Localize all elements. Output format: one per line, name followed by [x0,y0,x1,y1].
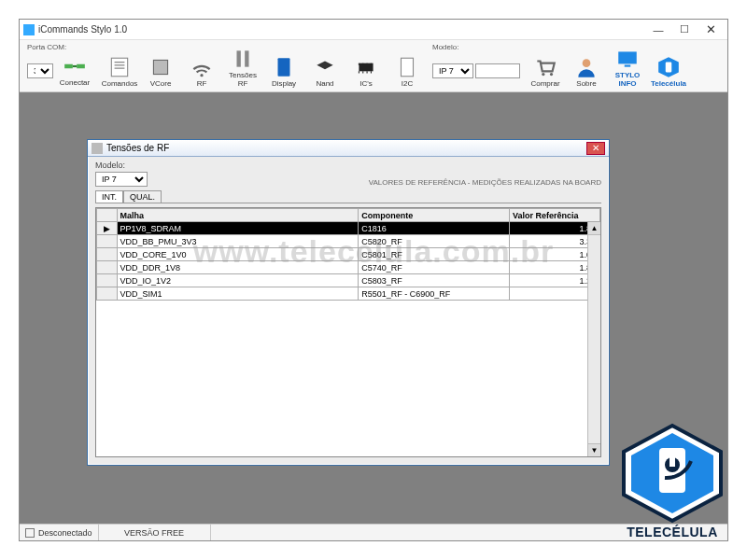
scroll-up-icon[interactable]: ▲ [588,222,600,235]
close-button[interactable]: ✕ [698,20,724,39]
table-row[interactable]: VDD_SIM1R5501_RF - C6900_RF [97,287,600,301]
cell-malha: PP1V8_SDRAM [117,222,359,235]
person-icon [574,55,599,79]
nand-icon [313,55,337,79]
sobre-button[interactable]: Sobre [567,42,606,90]
svg-rect-3 [237,50,241,66]
scroll-down-icon[interactable]: ▼ [588,443,600,456]
child-close-button[interactable]: ✕ [586,142,605,155]
cell-componente: R5501_RF - C6900_RF [359,287,510,301]
window-title: iCommands Stylo 1.0 [38,24,127,35]
rf-button[interactable]: RF [182,42,221,90]
nand-button[interactable]: Nand [305,42,345,90]
vcore-button[interactable]: VCore [141,42,180,90]
svg-rect-14 [666,63,672,73]
main-window: iCommands Stylo 1.0 — ☐ ✕ Porta COM: 3 C… [19,19,728,541]
ics-button[interactable]: IC's [346,42,386,90]
svg-rect-11 [618,51,637,63]
modelo-group: Modelo: IP 7 [429,42,524,90]
minimize-button[interactable]: — [645,20,671,39]
col-componente[interactable]: Componente [359,209,510,222]
cell-componente: C5803_RF [359,274,510,287]
row-pointer [97,235,118,248]
child-modelo-select[interactable]: IP 7 [95,172,148,187]
table-row[interactable]: VDD_DDR_1V8C5740_RF1.8V [97,261,600,274]
tensoes-rf-window: Tensões de RF ✕ Modelo: IP 7 VALORES DE … [87,139,610,466]
telecelula-icon [656,55,681,79]
cell-componente: C5820_RF [359,235,510,248]
row-pointer: ▶ [97,222,118,235]
porta-com-group: Porta COM: 3 Conectar [23,42,98,90]
tensoes-rf-button[interactable]: Tensões RF [223,42,262,90]
tab-qual[interactable]: QUAL. [123,190,162,203]
child-title: Tensões de RF [106,143,169,153]
voltage-icon [231,47,255,71]
wifi-icon [190,55,214,79]
svg-point-8 [542,73,544,76]
titlebar: iCommands Stylo 1.0 — ☐ ✕ [20,20,727,40]
cell-valor: 1.2V [509,274,599,287]
cell-valor: 1.0V [509,248,599,261]
list-icon [107,55,132,79]
row-pointer [97,261,118,274]
cell-malha: VDD_SIM1 [117,287,359,301]
row-selector-header [97,209,118,222]
cell-malha: VDD_IO_1V2 [117,274,359,287]
comprar-button[interactable]: Comprar [526,42,565,90]
svg-rect-7 [402,58,414,77]
table-row[interactable]: VDD_IO_1V2C5803_RF1.2V [97,274,600,287]
grid: Malha Componente Valor Referência ▶PP1V8… [95,207,601,457]
svg-point-9 [550,73,553,76]
mdi-client-area: Tensões de RF ✕ Modelo: IP 7 VALORES DE … [20,92,727,524]
ic-icon [354,55,378,79]
cell-malha: VDD_CORE_1V0 [117,248,359,261]
display-icon [272,55,296,79]
modelo-input[interactable] [475,63,520,78]
tab-int[interactable]: INT. [95,190,123,203]
porta-com-label: Porta COM: [27,43,66,52]
plug-icon [63,54,87,78]
cell-valor: 1.8V [509,222,599,235]
display-button[interactable]: Display [264,42,303,90]
cell-malha: VDD_BB_PMU_3V3 [117,235,359,248]
toolbar: Porta COM: 3 Conectar Comandos VCore RF … [20,40,727,92]
svg-rect-5 [278,58,290,77]
col-malha[interactable]: Malha [117,209,359,222]
svg-rect-4 [245,50,248,66]
telecelula-button[interactable]: Telecélula [649,42,688,90]
cell-componente: C5801_RF [359,248,510,261]
cell-valor: 1.8V [509,261,599,274]
col-valor[interactable]: Valor Referência [509,209,599,222]
cell-componente: C5740_RF [359,261,510,274]
i2c-button[interactable]: I2C [388,42,427,90]
svg-point-2 [200,74,203,77]
child-icon [92,143,103,154]
cart-icon [533,55,557,79]
doc-icon [395,55,419,79]
modelo-label: Modelo: [432,43,458,52]
stylo-info-button[interactable]: STYLO INFO [608,42,647,90]
tensoes-table: Malha Componente Valor Referência ▶PP1V8… [96,208,600,301]
table-row[interactable]: VDD_CORE_1V0C5801_RF1.0V [97,248,600,261]
cell-componente: C1816 [359,222,510,235]
status-version: VERSÃO FREE [99,525,211,540]
svg-rect-12 [625,65,631,67]
table-row[interactable]: ▶PP1V8_SDRAMC18161.8V [97,222,600,235]
row-pointer [97,274,118,287]
monitor-icon [615,47,640,71]
status-checkbox[interactable] [25,528,35,538]
comandos-button[interactable]: Comandos [100,42,139,90]
vertical-scrollbar[interactable]: ▲ ▼ [587,222,600,456]
table-row[interactable]: VDD_BB_PMU_3V3C5820_RF3.3V [97,235,600,248]
child-tabs: INT. QUAL. [88,189,609,203]
row-pointer [97,287,118,301]
child-modelo-label: Modelo: [95,161,148,170]
statusbar: Desconectado VERSÃO FREE [20,524,727,540]
porta-com-select[interactable]: 3 [27,63,53,78]
maximize-button[interactable]: ☐ [671,20,698,39]
conectar-button[interactable]: Conectar [55,52,94,89]
child-subtitle: VALORES DE REFERÊNCIA - MEDIÇÕES REALIZA… [369,178,601,187]
modelo-select[interactable]: IP 7 [432,63,473,78]
status-connection: Desconectado [20,525,99,540]
svg-rect-1 [153,60,167,74]
